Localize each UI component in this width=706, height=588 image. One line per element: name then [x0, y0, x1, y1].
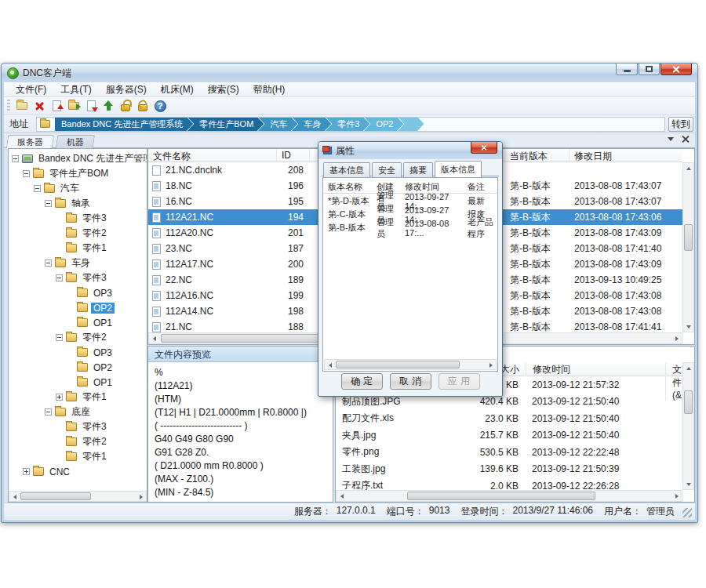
collapse-icon[interactable]	[23, 170, 30, 177]
tree-item[interactable]: OP2	[9, 360, 147, 375]
breadcrumb-segment[interactable]: Bandex DNC 先进生产管理系统	[55, 117, 193, 132]
breadcrumb-segment[interactable]: 零件3	[325, 117, 369, 132]
collapse-icon[interactable]	[56, 334, 63, 341]
title-bar[interactable]: DNC客户端	[2, 64, 697, 82]
related-horizontal-scrollbar[interactable]	[336, 490, 682, 502]
checkin-file-icon[interactable]	[82, 98, 100, 114]
tree-item[interactable]: OP3	[9, 345, 147, 360]
tree-item[interactable]: Bandex DNC 先进生产管理系统	[9, 151, 147, 166]
tree-item[interactable]: 零件1	[9, 449, 147, 464]
dialog-close-button[interactable]	[471, 142, 497, 154]
import-folder-icon[interactable]	[65, 98, 82, 114]
delete-icon[interactable]	[31, 98, 48, 114]
menu-item[interactable]: 机床(M)	[154, 82, 201, 98]
list-item[interactable]: 工装图.jpg139.6 KB2013-09-12 21:50:39	[336, 461, 682, 478]
go-button[interactable]: 转到	[668, 117, 693, 132]
dialog-tab[interactable]: 基本信息	[323, 162, 370, 177]
close-button[interactable]	[661, 64, 692, 75]
version-col-name[interactable]: 版本名称	[323, 180, 372, 193]
expand-icon[interactable]	[56, 394, 63, 401]
tree-item[interactable]: 零件生产BOM	[9, 166, 147, 181]
dialog-tab[interactable]: 版本信息	[435, 161, 482, 177]
tree-horizontal-scrollbar[interactable]	[9, 491, 147, 502]
tree-item[interactable]: OP1	[9, 375, 147, 390]
tree-item[interactable]: 轴承	[9, 196, 147, 211]
tree-item[interactable]: OP3	[9, 285, 147, 300]
version-note: 最新	[463, 194, 497, 207]
list-item[interactable]: 子程序.txt2.0 KB2013-09-12 22:26:28	[336, 477, 682, 490]
ok-button[interactable]: 确定	[341, 373, 383, 390]
tree-item[interactable]: 底座	[9, 405, 147, 419]
breadcrumb[interactable]: Bandex DNC 先进生产管理系统零件生产BOM汽车车身零件3OP2	[36, 117, 665, 132]
version-row[interactable]: 第-B-版本管理员2013-08-08 17:...老产品程序	[323, 220, 497, 234]
tree-item[interactable]: 汽车	[9, 181, 147, 196]
cancel-button[interactable]: 取消	[390, 373, 431, 390]
tree-item[interactable]: 零件2	[9, 434, 147, 449]
list-item[interactable]: 配刀文件.xls23.0 KB2013-09-12 21:50:40	[336, 410, 682, 427]
checkout-file-icon[interactable]	[48, 98, 65, 114]
dialog-tab[interactable]: 安全	[372, 162, 402, 177]
file-modified-date: 2013-09-13 10:49:25	[570, 274, 682, 285]
menu-item[interactable]: 搜索(S)	[201, 82, 246, 98]
collapse-icon[interactable]	[34, 185, 41, 192]
related-vertical-scrollbar[interactable]	[682, 362, 694, 490]
status-label: 用户名：	[604, 505, 642, 518]
breadcrumb-segment[interactable]: 零件生产BOM	[187, 117, 264, 132]
collapse-icon[interactable]	[45, 408, 52, 416]
tree-item[interactable]: OP2	[9, 300, 147, 315]
tree-item[interactable]: 零件3	[9, 270, 147, 285]
tree-item[interactable]: 零件1	[9, 390, 147, 405]
collapse-icon[interactable]	[45, 260, 52, 267]
close-icon	[672, 65, 680, 73]
maximize-button[interactable]	[639, 64, 660, 75]
dialog-tab[interactable]: 摘要	[403, 162, 433, 177]
dialog-title-bar[interactable]: 属性	[318, 142, 502, 159]
column-header-modified[interactable]: 修改日期	[570, 149, 682, 162]
tree-item[interactable]: 零件2	[9, 226, 147, 241]
tree-item[interactable]: OP1	[9, 315, 147, 330]
collapse-icon[interactable]	[56, 274, 63, 281]
file-list-vertical-scrollbar[interactable]	[682, 162, 694, 332]
panel-close-icon[interactable]	[682, 136, 689, 143]
column-header-version[interactable]: 当前版本	[505, 149, 570, 162]
tree-item-label: Bandex DNC 先进生产管理系统	[36, 152, 147, 165]
status-value: 2013/9/27 11:46:06	[512, 505, 593, 518]
address-label: 地址	[4, 118, 36, 131]
tree-item[interactable]: 零件2	[9, 330, 147, 345]
help-icon[interactable]: ?	[151, 98, 169, 114]
panel-menu-icon[interactable]	[668, 137, 674, 141]
unlock-icon[interactable]	[134, 98, 151, 114]
column-header-time[interactable]: 修改时间	[526, 363, 570, 376]
panel-tab-inactive[interactable]: 机器	[56, 135, 95, 148]
toolbar-grip[interactable]	[7, 100, 10, 112]
collapse-icon[interactable]	[45, 200, 52, 207]
menu-item[interactable]: 帮助(H)	[246, 82, 293, 98]
list-item[interactable]: 零件.png530.5 KB2013-09-12 22:22:48	[336, 444, 682, 461]
collapse-icon[interactable]	[12, 155, 19, 162]
tree-item[interactable]: CNC	[9, 464, 147, 479]
list-item[interactable]: 夹具.jpg215.7 KB2013-09-12 21:50:40	[336, 427, 682, 445]
send-up-icon[interactable]	[100, 98, 117, 114]
new-folder-icon[interactable]	[13, 98, 31, 114]
lock-icon[interactable]	[117, 98, 134, 114]
panel-tab-active[interactable]: 服务器	[6, 135, 54, 148]
minimize-button[interactable]	[616, 64, 638, 75]
tree-item[interactable]: 车身	[9, 256, 147, 270]
preview-line: (MIN - Z-84.5)	[155, 486, 326, 499]
menu-item[interactable]: 工具(T)	[53, 82, 98, 98]
menu-item[interactable]: 服务器(S)	[99, 82, 154, 98]
file-name: 112A16.NC	[166, 290, 277, 301]
dialog-horizontal-scrollbar[interactable]	[324, 359, 497, 370]
column-header-id[interactable]: ID	[277, 149, 310, 162]
tree-item[interactable]: 零件3	[9, 419, 147, 434]
tree-item[interactable]: 零件1	[9, 241, 147, 256]
version-creator: 管理员	[372, 215, 400, 240]
tree-item-label: OP3	[91, 288, 115, 299]
menu-item[interactable]: 文件(F)	[9, 82, 53, 98]
version-col-note[interactable]: 备注	[463, 180, 497, 193]
resize-grip[interactable]	[682, 508, 692, 517]
tree-item[interactable]: 零件3	[9, 211, 147, 226]
expand-icon[interactable]	[23, 468, 30, 475]
column-header-size[interactable]: 大小	[500, 363, 519, 376]
column-header-name[interactable]: 文件名称	[148, 149, 277, 162]
